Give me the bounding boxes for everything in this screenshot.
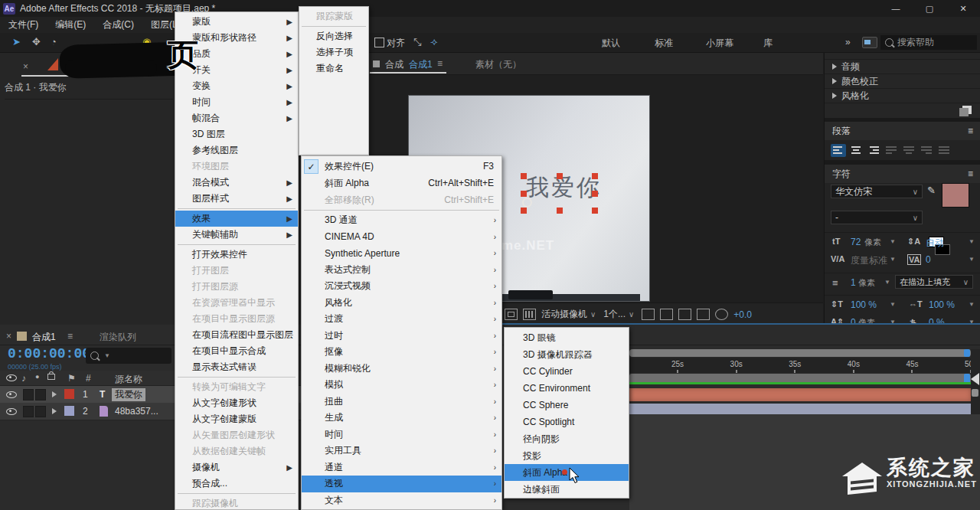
justify-all-button[interactable] xyxy=(936,144,952,157)
selection-handle[interactable] xyxy=(521,208,527,214)
menu-item[interactable]: 效果▶ xyxy=(175,211,298,227)
menubar-item[interactable]: 编辑(E) xyxy=(47,18,94,31)
layer-bar-footage[interactable] xyxy=(629,404,971,414)
menu-item[interactable]: 打开图层源 xyxy=(175,279,298,295)
chevron-down-icon[interactable]: ▼ xyxy=(969,238,975,245)
menu-item[interactable]: 变换▶ xyxy=(175,78,298,94)
font-family-select[interactable]: 华文仿宋∨ xyxy=(831,185,923,198)
selection-handle[interactable] xyxy=(521,173,527,179)
panel-menu-icon[interactable]: ≡ xyxy=(67,331,73,342)
menu-item[interactable]: 3D 摄像机跟踪器 xyxy=(505,346,629,363)
panel-close-icon[interactable]: × xyxy=(6,331,11,342)
workspace-tab[interactable]: 标准 xyxy=(655,37,673,50)
selection-handle[interactable] xyxy=(592,173,598,179)
comp-tab-name[interactable]: 合成1 xyxy=(409,58,433,71)
selection-handle[interactable] xyxy=(592,208,598,214)
navigator-end-handle[interactable] xyxy=(964,349,970,357)
time-navigator-bar[interactable] xyxy=(629,349,971,357)
current-time-display[interactable]: 0:00:00:00 xyxy=(8,346,90,361)
menu-item[interactable]: 时间▶ xyxy=(175,94,298,110)
align-left-button[interactable] xyxy=(831,144,846,157)
menu-item[interactable]: 文本› xyxy=(302,492,501,509)
paragraph-panel-header[interactable]: 段落 ≡ xyxy=(825,119,980,140)
justify-last-right-button[interactable] xyxy=(919,144,934,157)
menu-item[interactable]: 扭曲› xyxy=(302,394,501,410)
stroke-width-value[interactable]: 1 xyxy=(851,277,856,288)
menu-item[interactable]: 过时› xyxy=(302,328,501,345)
menu-item[interactable]: 预合成... xyxy=(175,476,298,492)
align-center-button[interactable] xyxy=(848,144,864,157)
render-queue-tab[interactable]: 渲染队列 xyxy=(100,331,136,344)
menu-item[interactable]: Synthetic Aperture› xyxy=(302,245,501,262)
selection-handle[interactable] xyxy=(557,208,563,214)
menu-item[interactable]: CC Sphere xyxy=(505,397,629,414)
panel-close-icon[interactable]: × xyxy=(23,61,28,72)
tracking-value[interactable]: 0 xyxy=(926,254,931,265)
menu-item[interactable]: 通道› xyxy=(302,459,501,476)
selection-handle[interactable] xyxy=(521,191,527,197)
menu-item[interactable]: 生成› xyxy=(302,410,501,427)
menu-item[interactable]: 3D 眼镜 xyxy=(505,329,629,346)
vertical-scale-value[interactable]: 100 % xyxy=(851,299,877,310)
justify-last-center-button[interactable] xyxy=(901,144,916,157)
workspace-tab[interactable]: 默认 xyxy=(602,37,620,50)
menu-item[interactable]: 径向阴影 xyxy=(505,430,629,447)
workspace-tab[interactable]: 库 xyxy=(763,37,773,50)
menu-item[interactable]: 关键帧辅助▶ xyxy=(175,227,298,243)
selection-handle[interactable] xyxy=(557,173,563,179)
menu-item[interactable]: 从矢量图层创建形状 xyxy=(175,427,298,443)
menu-item[interactable]: 混合模式▶ xyxy=(175,175,298,191)
menu-item[interactable]: CC Spotlight xyxy=(505,414,629,430)
panel-menu-icon[interactable]: ≡ xyxy=(968,126,973,136)
timeline-comp-tab[interactable]: 合成1 xyxy=(32,331,56,344)
layer-visibility-icon[interactable] xyxy=(6,391,17,398)
menu-item[interactable]: 反向选择 xyxy=(299,28,368,44)
chevron-down-icon[interactable]: ▼ xyxy=(969,256,975,263)
maximize-button[interactable]: ▢ xyxy=(913,0,946,17)
menu-item[interactable]: 参考线图层 xyxy=(175,142,298,159)
layer-color-swatch[interactable] xyxy=(64,389,74,399)
layer-name[interactable]: 我爱你 xyxy=(112,388,145,401)
align-right-button[interactable] xyxy=(866,144,881,157)
reset-exposure-icon[interactable] xyxy=(715,309,728,320)
chevron-down-icon[interactable]: ▼ xyxy=(884,279,890,286)
workspace-switcher-icon[interactable] xyxy=(862,37,877,48)
font-size-value[interactable]: 72 xyxy=(851,237,861,247)
effects-list-item[interactable]: 音频 xyxy=(825,60,980,74)
workspace-tab[interactable]: 小屏幕 xyxy=(706,37,733,50)
zoom-tool-icon[interactable]: ◔ xyxy=(51,36,57,47)
menu-item[interactable]: CC Cylinder xyxy=(505,363,629,380)
selection-tool-icon[interactable]: ➤ xyxy=(12,36,21,47)
anchor-point-icon[interactable] xyxy=(522,198,532,208)
menu-item[interactable]: 蒙版▶ xyxy=(175,14,298,30)
pixel-aspect-icon[interactable] xyxy=(642,309,655,320)
menu-item[interactable]: 跟踪摄像机 xyxy=(175,495,298,510)
menu-item[interactable]: ✓效果控件(E)F3 xyxy=(302,158,501,175)
menubar-item[interactable]: 合成(C) xyxy=(94,18,142,31)
menu-item[interactable]: 从文字创建蒙版 xyxy=(175,411,298,427)
menu-item[interactable]: 过渡› xyxy=(302,311,501,328)
menu-item[interactable]: 边缘斜面 xyxy=(505,481,629,498)
transparency-grid-icon[interactable] xyxy=(523,309,536,320)
stroke-mode-select[interactable]: 在描边上填充∨ xyxy=(895,275,973,289)
comp-tab-prefix[interactable]: 合成 xyxy=(385,58,403,71)
text-color-swatch[interactable] xyxy=(942,183,969,208)
menu-item[interactable]: 时间› xyxy=(302,427,501,443)
menu-item[interactable]: 实用工具› xyxy=(302,443,501,459)
effects-list-item[interactable] xyxy=(825,52,980,60)
justify-last-left-button[interactable] xyxy=(884,144,899,157)
eyedropper-icon[interactable]: ✎ xyxy=(927,185,936,196)
menu-item[interactable]: 投影 xyxy=(505,447,629,464)
menu-item[interactable]: 显示表达式错误 xyxy=(175,359,298,375)
menu-item[interactable]: 跟踪蒙版 xyxy=(299,8,368,25)
text-layer-content[interactable]: 我爱你 xyxy=(526,172,603,204)
new-preset-icon[interactable] xyxy=(962,106,972,114)
menu-item[interactable]: 表达式控制› xyxy=(302,262,501,279)
menu-item[interactable]: 斜面 AlphaCtrl+Alt+Shift+E xyxy=(302,175,501,191)
menu-item[interactable]: 摄像机▶ xyxy=(175,459,298,476)
horizontal-scale-value[interactable]: 100 % xyxy=(929,299,955,310)
menu-item[interactable]: 3D 图层 xyxy=(175,126,298,142)
leading-value[interactable]: 自动 xyxy=(926,237,944,250)
menu-item[interactable]: CC Environment xyxy=(505,380,629,397)
comp-marker-bin-icon[interactable] xyxy=(971,373,979,385)
